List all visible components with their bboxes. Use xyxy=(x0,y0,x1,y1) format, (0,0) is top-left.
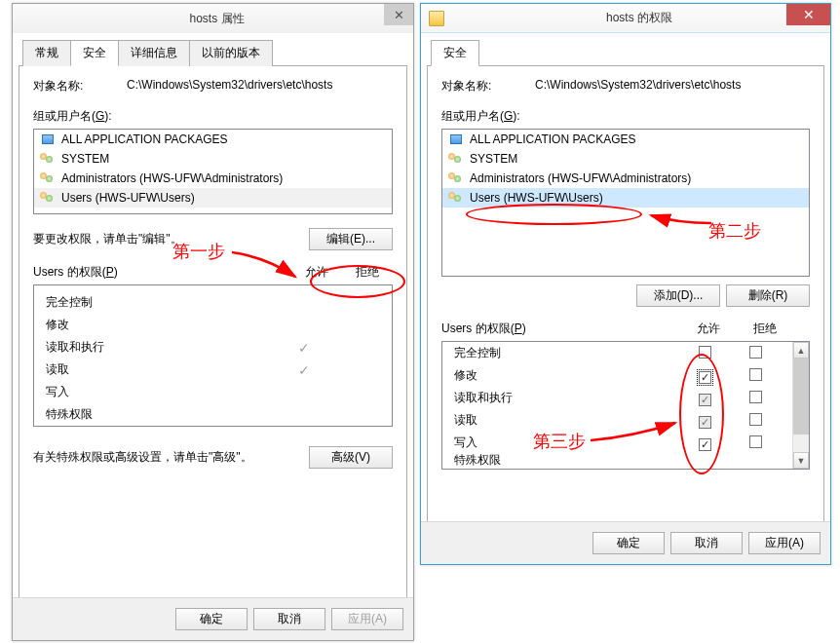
object-name-label: 对象名称: xyxy=(441,78,535,95)
scrollbar[interactable]: ▲ ▼ xyxy=(792,342,809,469)
tab-general[interactable]: 常规 xyxy=(22,40,71,66)
perm-row: 修改 xyxy=(34,314,392,336)
tab-security[interactable]: 安全 xyxy=(431,40,479,66)
edit-button[interactable]: 编辑(E)... xyxy=(309,228,393,250)
window-title: hosts 属性 xyxy=(20,11,413,27)
permissions-box: 完全控制 修改 读取和执行 读取 写入 特殊权限 ▲ ▼ xyxy=(441,341,810,470)
cancel-button[interactable]: 取消 xyxy=(253,608,325,630)
titlebar[interactable]: hosts 的权限 ✕ xyxy=(421,4,830,33)
dialog-buttons: 确定 取消 应用(A) xyxy=(13,597,413,640)
users-icon xyxy=(448,170,464,186)
groups-label: 组或用户名(G): xyxy=(441,108,810,125)
perm-row: 完全控制 xyxy=(34,291,392,314)
perm-row: 特殊权限 xyxy=(34,403,392,426)
col-allow: 允许 xyxy=(680,321,737,337)
allow-checkbox[interactable] xyxy=(699,371,711,384)
remove-button[interactable]: 删除(R) xyxy=(726,284,810,307)
scroll-up-icon[interactable]: ▲ xyxy=(793,342,809,359)
perm-row: 修改 xyxy=(442,364,792,387)
list-item[interactable]: Administrators (HWS-UFW\Administrators) xyxy=(442,169,809,188)
dialog-buttons: 确定 取消 应用(A) xyxy=(421,521,830,564)
deny-checkbox[interactable] xyxy=(749,435,762,448)
allow-checkbox[interactable] xyxy=(699,416,711,429)
tab-previous-versions[interactable]: 以前的版本 xyxy=(189,40,273,66)
tab-details[interactable]: 详细信息 xyxy=(118,40,190,66)
object-name-value: C:\Windows\System32\drivers\etc\hosts xyxy=(535,78,810,95)
tab-security[interactable]: 安全 xyxy=(70,40,119,66)
perm-row: 读取和执行 xyxy=(442,387,792,409)
object-name-label: 对象名称: xyxy=(33,78,127,95)
list-item[interactable]: SYSTEM xyxy=(442,149,809,169)
groups-label: 组或用户名(G): xyxy=(33,108,393,125)
add-button[interactable]: 添加(D)... xyxy=(636,284,720,307)
ok-button[interactable]: 确定 xyxy=(175,608,248,630)
permissions-box: 完全控制 修改 读取和执行✓ 读取✓ 写入 特殊权限 xyxy=(33,284,393,427)
list-item[interactable]: ALL APPLICATION PACKAGES xyxy=(442,130,809,149)
cancel-button[interactable]: 取消 xyxy=(670,532,743,554)
ok-button[interactable]: 确定 xyxy=(592,532,665,554)
users-icon xyxy=(40,170,56,186)
tab-strip: 安全 xyxy=(427,39,824,66)
dialog-body: 常规 安全 详细信息 以前的版本 对象名称: C:\Windows\System… xyxy=(13,33,413,640)
users-icon xyxy=(40,190,56,206)
check-icon: ✓ xyxy=(279,340,329,356)
close-icon[interactable]: ✕ xyxy=(786,4,830,25)
permissions-dialog: hosts 的权限 ✕ 安全 对象名称: C:\Windows\System32… xyxy=(420,3,831,565)
list-item[interactable]: ALL APPLICATION PACKAGES xyxy=(34,130,392,149)
properties-dialog: hosts 属性 ✕ 常规 安全 详细信息 以前的版本 对象名称: C:\Win… xyxy=(12,3,414,641)
advanced-hint: 有关特殊权限或高级设置，请单击"高级"。 xyxy=(33,449,252,466)
allow-checkbox[interactable] xyxy=(699,438,711,451)
deny-checkbox[interactable] xyxy=(749,391,762,403)
perm-row: 写入 xyxy=(34,381,392,403)
col-deny: 拒绝 xyxy=(342,264,393,281)
list-item-users[interactable]: Users (HWS-UFW\Users) xyxy=(34,188,392,208)
tab-content: 对象名称: C:\Windows\System32\drivers\etc\ho… xyxy=(427,66,824,544)
allow-checkbox[interactable] xyxy=(699,394,711,406)
scroll-down-icon[interactable]: ▼ xyxy=(793,452,809,469)
apply-button[interactable]: 应用(A) xyxy=(331,608,403,630)
deny-checkbox[interactable] xyxy=(749,346,762,359)
perm-row: 读取 xyxy=(442,409,792,432)
apply-button[interactable]: 应用(A) xyxy=(748,532,821,554)
package-icon xyxy=(40,132,56,147)
tab-content: 对象名称: C:\Windows\System32\drivers\etc\ho… xyxy=(19,66,407,622)
perm-row: 特殊权限 xyxy=(442,454,792,466)
titlebar[interactable]: hosts 属性 ✕ xyxy=(13,4,413,33)
groups-listbox[interactable]: ALL APPLICATION PACKAGES SYSTEM Administ… xyxy=(441,129,810,277)
users-icon xyxy=(448,190,464,206)
dialog-body: 安全 对象名称: C:\Windows\System32\drivers\etc… xyxy=(421,33,830,564)
permissions-header: Users 的权限(P) xyxy=(441,321,526,337)
folder-icon xyxy=(429,11,444,26)
perm-row: 读取✓ xyxy=(34,359,392,381)
perm-row: 读取和执行✓ xyxy=(34,336,392,359)
close-icon[interactable]: ✕ xyxy=(384,4,413,25)
perm-row: 写入 xyxy=(442,432,792,454)
list-item-users[interactable]: Users (HWS-UFW\Users) xyxy=(442,188,809,208)
perm-row: 完全控制 xyxy=(442,342,792,364)
list-item[interactable]: SYSTEM xyxy=(34,149,392,169)
users-icon xyxy=(448,151,464,167)
col-deny: 拒绝 xyxy=(737,321,793,337)
groups-listbox[interactable]: ALL APPLICATION PACKAGES SYSTEM Administ… xyxy=(33,129,393,214)
users-icon xyxy=(40,151,56,167)
permissions-header: Users 的权限(P) xyxy=(33,264,118,281)
list-item[interactable]: Administrators (HWS-UFW\Administrators) xyxy=(34,169,392,188)
col-allow: 允许 xyxy=(291,264,342,281)
package-icon xyxy=(448,132,464,147)
object-name-value: C:\Windows\System32\drivers\etc\hosts xyxy=(127,78,393,95)
window-title: hosts 的权限 xyxy=(448,10,830,26)
advanced-button[interactable]: 高级(V) xyxy=(309,446,393,469)
edit-hint: 要更改权限，请单击"编辑"。 xyxy=(33,231,182,247)
deny-checkbox[interactable] xyxy=(749,368,762,381)
tab-strip: 常规 安全 详细信息 以前的版本 xyxy=(19,39,407,66)
allow-checkbox[interactable] xyxy=(699,346,711,359)
check-icon: ✓ xyxy=(279,362,329,378)
deny-checkbox[interactable] xyxy=(749,413,762,426)
